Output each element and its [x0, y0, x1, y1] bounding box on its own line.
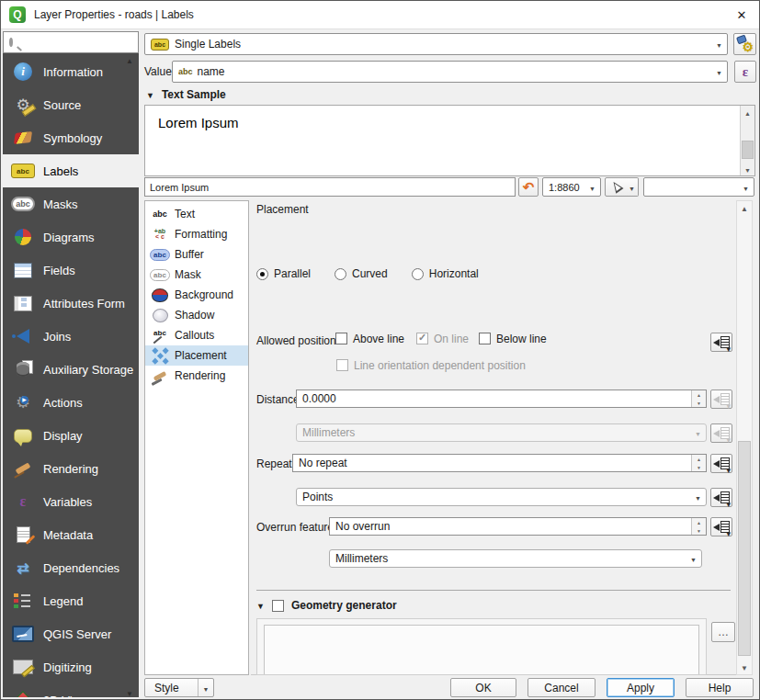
- preview-scrollbar[interactable]: [740, 106, 754, 175]
- tab-rendering[interactable]: Rendering: [145, 366, 248, 386]
- tab-shadow[interactable]: Shadow: [145, 305, 248, 325]
- sidebar-item-label: Symbology: [43, 131, 102, 145]
- tab-background[interactable]: Background: [145, 285, 248, 305]
- tab-mask[interactable]: Mask: [145, 265, 248, 285]
- sample-text-input[interactable]: Lorem Ipsum: [144, 177, 516, 197]
- label-mode-value: Single Labels: [175, 38, 241, 51]
- tab-buffer[interactable]: Buffer: [145, 244, 248, 265]
- sidebar-item-masks[interactable]: Masks: [3, 187, 139, 220]
- sidebar-item-label: Attributes Form: [43, 297, 125, 310]
- distance-override-button[interactable]: [710, 390, 732, 409]
- tab-callouts[interactable]: Callouts: [145, 325, 248, 345]
- ok-button[interactable]: OK: [450, 678, 516, 697]
- sidebar-item-labels[interactable]: Labels: [3, 154, 139, 187]
- geometry-generator-expression-area[interactable]: [256, 618, 707, 675]
- expression-dialog-button[interactable]: [711, 622, 735, 642]
- distance-unit-override-button[interactable]: [710, 423, 732, 443]
- scroll-down-icon[interactable]: [737, 660, 752, 674]
- sidebar-item-auxiliary-storage[interactable]: Auxiliary Storage: [3, 353, 139, 386]
- distance-spinbox[interactable]: 0.0000: [296, 390, 707, 408]
- sidebar-scroll-down-icon[interactable]: [123, 686, 136, 697]
- sidebar-scroll-up-icon[interactable]: [123, 53, 136, 64]
- sidebar-item-diagrams[interactable]: Diagrams: [3, 220, 139, 254]
- chevron-down-icon: [716, 38, 722, 51]
- expression-builder-button[interactable]: [734, 61, 756, 83]
- spin-up-icon[interactable]: [692, 390, 706, 399]
- above-line-checkbox[interactable]: [335, 333, 347, 344]
- sidebar-item-rendering[interactable]: Rendering: [3, 452, 139, 485]
- overrun-spinbox[interactable]: No overrun: [329, 517, 707, 536]
- sidebar-item-dependencies[interactable]: Dependencies: [3, 551, 139, 584]
- tab-formatting[interactable]: Formatting: [145, 224, 248, 244]
- sidebar-item-metadata[interactable]: Metadata: [3, 518, 139, 551]
- style-button[interactable]: Style: [144, 678, 214, 697]
- spin-down-icon[interactable]: [692, 526, 706, 535]
- parallel-radio[interactable]: [256, 268, 268, 280]
- chevron-down-icon: [203, 682, 210, 694]
- line-orientation-checkbox[interactable]: [336, 359, 348, 371]
- below-line-checkbox[interactable]: [479, 333, 491, 344]
- sidebar-item-qgis-server[interactable]: QGIS Server: [3, 617, 139, 650]
- repeat-spinbox[interactable]: No repeat: [292, 454, 707, 472]
- sidebar-item-display[interactable]: Display: [3, 419, 139, 452]
- spin-up-icon[interactable]: [692, 455, 706, 463]
- repeat-unit-override-button[interactable]: [710, 488, 732, 507]
- spin-down-icon[interactable]: [692, 399, 706, 407]
- on-line-checkbox[interactable]: [416, 333, 428, 344]
- scrollbar-thumb[interactable]: [738, 441, 751, 656]
- sidebar-item-joins[interactable]: Joins: [3, 320, 139, 353]
- sidebar-item-digitizing[interactable]: Digitizing: [3, 650, 139, 683]
- scroll-up-icon[interactable]: [737, 201, 752, 215]
- background-icon: [148, 287, 172, 303]
- automated-placement-settings-button[interactable]: [733, 33, 756, 55]
- sidebar-item-legend[interactable]: Legend: [3, 584, 139, 617]
- legend-list-icon: [9, 590, 37, 612]
- sidebar-item-label: Information: [43, 65, 103, 79]
- preset-combo[interactable]: [643, 177, 754, 197]
- tab-text[interactable]: Text: [145, 204, 248, 224]
- map-cursor-tool-button[interactable]: [605, 177, 627, 197]
- search-input[interactable]: [13, 32, 163, 52]
- preview-scale-combo[interactable]: 1:8860: [542, 177, 601, 197]
- label-mode-combo[interactable]: Single Labels: [144, 33, 728, 55]
- allowed-positions-override-button[interactable]: [710, 333, 732, 352]
- database-icon: [9, 358, 37, 380]
- geometry-generator-checkbox[interactable]: [272, 600, 284, 612]
- sidebar-item-symbology[interactable]: Symbology: [3, 121, 139, 154]
- spin-up-icon[interactable]: [692, 518, 706, 526]
- tab-placement[interactable]: Placement: [145, 345, 248, 366]
- text-abc-icon: [148, 206, 172, 222]
- scroll-down-icon[interactable]: [741, 163, 754, 175]
- overrun-override-button[interactable]: [710, 517, 732, 536]
- panel-scrollbar[interactable]: [736, 200, 753, 675]
- chevron-down-icon: [695, 426, 701, 439]
- reset-sample-button[interactable]: [518, 177, 539, 197]
- distance-unit-combo[interactable]: Millimeters: [296, 423, 707, 442]
- collapse-triangle-icon[interactable]: [256, 599, 265, 612]
- map-tool-dropdown[interactable]: [626, 177, 639, 197]
- sidebar-item-attributes-form[interactable]: Attributes Form: [3, 287, 139, 320]
- sidebar-item-source[interactable]: Source: [3, 88, 139, 121]
- sidebar-item-3d-view[interactable]: 3D View: [3, 683, 139, 697]
- sidebar-item-information[interactable]: Information: [3, 55, 139, 88]
- sidebar-item-variables[interactable]: Variables: [3, 485, 139, 518]
- spin-down-icon[interactable]: [692, 463, 706, 471]
- repeat-unit-combo[interactable]: Points: [296, 488, 707, 506]
- shadow-icon: [148, 307, 172, 323]
- repeat-override-button[interactable]: [710, 454, 732, 473]
- value-field-combo[interactable]: name: [172, 61, 728, 83]
- horizontal-radio[interactable]: [412, 268, 424, 280]
- close-icon[interactable]: [730, 4, 754, 26]
- sidebar-item-actions[interactable]: Actions: [3, 386, 139, 419]
- style-dropdown[interactable]: [198, 679, 213, 696]
- sidebar-item-fields[interactable]: Fields: [3, 254, 139, 287]
- scroll-up-icon[interactable]: [741, 106, 754, 119]
- overrun-unit-combo[interactable]: Millimeters: [329, 549, 702, 568]
- curved-radio[interactable]: [335, 268, 346, 280]
- tab-label: Background: [175, 288, 233, 301]
- text-sample-header[interactable]: Text Sample: [146, 88, 226, 101]
- scrollbar-thumb[interactable]: [742, 141, 754, 159]
- help-button[interactable]: Help: [686, 678, 754, 697]
- apply-button[interactable]: Apply: [607, 678, 675, 697]
- cancel-button[interactable]: Cancel: [527, 678, 596, 697]
